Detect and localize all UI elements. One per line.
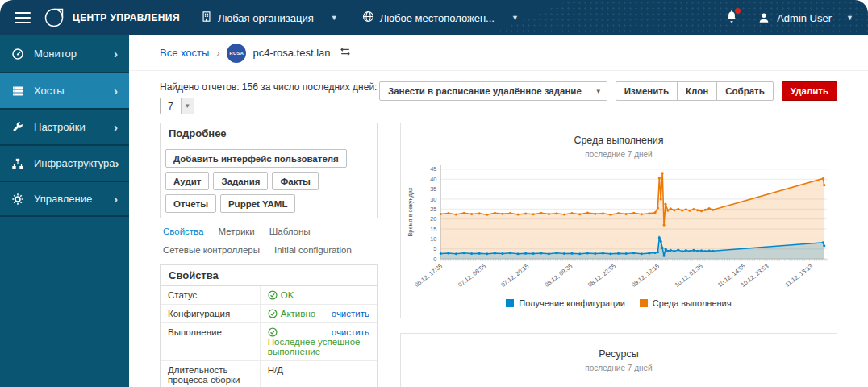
properties-table: СтатусOKКонфигурацияочиститьАктивноВыпол… <box>161 286 377 387</box>
breadcrumb-separator: › <box>216 48 219 59</box>
hamburger-menu-icon[interactable] <box>15 12 31 23</box>
audit-button[interactable]: Аудит <box>165 172 209 190</box>
clear-link[interactable]: очистить <box>332 327 369 337</box>
runtime-chart-card: Среда выполнения последние 7 дней 051015… <box>400 123 837 318</box>
organization-selector[interactable]: Любая организация ▼ <box>201 10 338 25</box>
build-button[interactable]: Собрать <box>716 81 774 101</box>
properties-panel: Свойства СтатусOKКонфигурацияочиститьАкт… <box>160 264 378 387</box>
location-selector[interactable]: Любое местоположен... ▼ <box>362 10 519 25</box>
manage-icon <box>11 193 24 206</box>
chevron-right-icon: › <box>115 157 119 169</box>
rosa-logo-icon <box>44 7 65 28</box>
check-circle-icon <box>268 290 278 300</box>
puppet-yaml-button[interactable]: Puppet YAML <box>220 194 295 213</box>
chevron-down-icon: ▼ <box>511 14 519 22</box>
monitor-icon <box>11 48 24 60</box>
sidebar-item-label: Управление <box>34 193 114 205</box>
details-buttons: Добавить интерфейс пользователяАудитЗада… <box>161 144 377 218</box>
rosa-host-badge: ROSA <box>227 44 246 63</box>
chart-subtitle: последние 7 дней <box>404 150 833 159</box>
svg-text:20: 20 <box>430 215 436 223</box>
days-select[interactable]: 7 ▼ <box>160 98 194 114</box>
chevron-right-icon: › <box>114 85 118 97</box>
topbar: ЦЕНТР УПРАВЛЕНИЯ Любая организация ▼ Люб… <box>0 0 868 35</box>
chart-legend: Получение конфигурацииСреда выполнения <box>404 297 833 313</box>
jobs-button[interactable]: Задания <box>213 172 268 190</box>
sidebar-item-settings[interactable]: Настройки› <box>0 108 129 144</box>
property-label: Статус <box>161 286 260 305</box>
svg-text:15: 15 <box>430 226 436 233</box>
status-value: Активно <box>268 309 315 318</box>
svg-text:45: 45 <box>430 165 436 173</box>
legend-swatch <box>640 299 648 307</box>
sidebar-item-label: Настройки <box>34 121 114 133</box>
table-row: КонфигурацияочиститьАктивно <box>161 305 377 323</box>
property-value: OK <box>260 286 377 305</box>
svg-text:40: 40 <box>430 176 436 183</box>
switch-host-icon[interactable] <box>339 46 352 60</box>
clone-button[interactable]: Клон <box>677 81 717 101</box>
add-interface-button[interactable]: Добавить интерфейс пользователя <box>165 149 347 168</box>
sidebar-item-label: Монитор <box>34 48 114 60</box>
legend-label: Получение конфигурации <box>519 298 624 308</box>
facts-button[interactable]: Факты <box>272 172 318 190</box>
location-selector-label: Любое местоположен... <box>380 12 495 24</box>
sidebar-item-hosts[interactable]: Хосты› <box>0 72 129 108</box>
sidebar-item-monitor[interactable]: Монитор› <box>0 35 129 72</box>
days-select-value: 7 <box>161 98 181 114</box>
details-panel-title: Подробнее <box>161 123 377 144</box>
reports-summary: Найдено отчетов: 156 за число последних … <box>160 81 377 93</box>
svg-text:Время в секундах: Время в секундах <box>407 187 414 236</box>
tab-metrics[interactable]: Метрики <box>219 227 255 236</box>
chart-title: Ресурсы <box>404 348 833 360</box>
chevron-down-icon: ▼ <box>846 14 853 22</box>
legend-entry[interactable]: Среда выполнения <box>640 298 732 308</box>
svg-text:08.12, 09:35: 08.12, 09:35 <box>543 262 574 288</box>
legend-swatch <box>506 299 514 307</box>
chevron-right-icon: › <box>114 193 118 205</box>
breadcrumb: Все хосты › ROSA pc4-rosa.test.lan <box>129 35 868 71</box>
sidebar-item-infrastructure[interactable]: Инфраструктура› <box>0 144 129 181</box>
table-row: ВыполнениеочиститьПоследнее успешное вып… <box>161 323 377 361</box>
reports-button[interactable]: Отчеты <box>165 194 216 213</box>
chart-subtitle: последние 7 дней <box>404 364 833 372</box>
chevron-right-icon: › <box>114 48 118 60</box>
check-circle-icon <box>268 327 278 337</box>
svg-text:06.12, 17:35: 06.12, 17:35 <box>413 262 444 288</box>
svg-text:10.12, 01:35: 10.12, 01:35 <box>674 262 704 288</box>
svg-text:5: 5 <box>433 245 436 252</box>
clear-link[interactable]: очистить <box>332 309 369 318</box>
schedule-remote-job-caret[interactable]: ▼ <box>590 81 607 101</box>
user-menu[interactable]: Admin User ▼ <box>757 11 853 24</box>
notifications-button[interactable] <box>725 10 738 27</box>
schedule-remote-job-button[interactable]: Занести в расписание удалённое задание <box>379 81 590 101</box>
check-circle-icon <box>268 309 278 318</box>
organization-selector-label: Любая организация <box>218 12 314 24</box>
delete-button[interactable]: Удалить <box>782 81 837 101</box>
user-name: Admin User <box>777 12 832 24</box>
legend-entry[interactable]: Получение конфигурации <box>506 298 624 308</box>
svg-text:08.12, 22:55: 08.12, 22:55 <box>586 262 617 288</box>
svg-text:09.12, 12:15: 09.12, 12:15 <box>630 262 661 288</box>
svg-text:25: 25 <box>430 206 436 213</box>
tab-properties[interactable]: Свойства <box>163 227 204 236</box>
svg-text:11.12, 13:13: 11.12, 13:13 <box>784 262 814 288</box>
runtime-chart: 05101520253035404506.12, 17:3507.12, 06:… <box>404 160 833 297</box>
building-icon <box>201 10 212 25</box>
tab-network-controllers[interactable]: Сетевые контроллеры <box>163 245 260 255</box>
sidebar-item-manage[interactable]: Управление› <box>0 181 129 217</box>
table-row: СтатусOK <box>161 286 377 305</box>
host-actions-group: Изменить Клон Собрать <box>616 81 774 101</box>
tab-templates[interactable]: Шаблоны <box>269 227 311 236</box>
tab-initial-configuration[interactable]: Initial configuration <box>274 245 352 255</box>
status-value: OK <box>268 290 294 300</box>
schedule-remote-job-split-button: Занести в расписание удалённое задание ▼ <box>379 81 607 101</box>
main-content: Все хосты › ROSA pc4-rosa.test.lan Найде… <box>129 35 868 387</box>
settings-icon <box>11 121 24 134</box>
host-details-column: Подробнее Добавить интерфейс пользовател… <box>160 123 378 387</box>
svg-text:30: 30 <box>430 196 436 203</box>
table-row: Длительность процесса сборкиН/Д <box>161 361 377 387</box>
edit-button[interactable]: Изменить <box>616 81 678 101</box>
infrastructure-icon <box>11 157 24 170</box>
breadcrumb-all-hosts-link[interactable]: Все хосты <box>160 47 209 59</box>
